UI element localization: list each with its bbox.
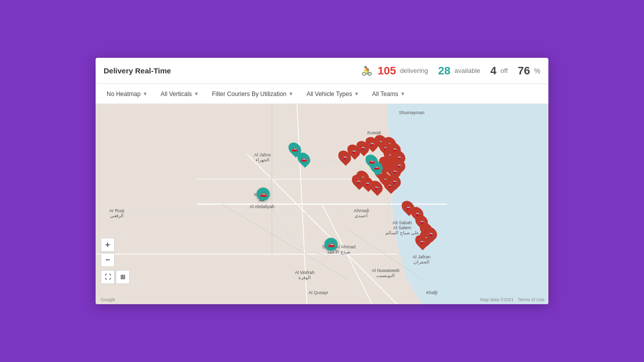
red-marker-30: 🚗 [425, 226, 436, 240]
google-logo: Google [101, 297, 115, 302]
teams-label: All Teams [372, 90, 398, 98]
verticals-dropdown[interactable]: All Verticals ▼ [155, 88, 204, 100]
utilization-sign: % [534, 67, 540, 75]
map-container[interactable]: Shumayman Kuwait Al Jahraالجهراء Ar Ruqi… [96, 104, 548, 304]
toolbar: No Heatmap ▼ All Verticals ▼ Filter Cour… [96, 84, 548, 104]
red-marker-23: 🚗 [353, 174, 364, 188]
map-controls: + − ⛶ ⊞ [101, 238, 130, 284]
couriers-utilization-dropdown[interactable]: Filter Couriers By Utilization ▼ [207, 88, 298, 100]
teal-circle-2: 🚗 [325, 238, 338, 251]
zoom-out-button[interactable]: − [101, 253, 115, 267]
map-data-label: Map data ©2021 [480, 297, 514, 302]
red-marker-19: 🚗 [389, 174, 400, 188]
teal-marker-4: 🚗 [366, 154, 377, 168]
couriers-utilization-arrow: ▼ [288, 91, 293, 97]
fullscreen-button[interactable]: ⛶ [101, 270, 115, 284]
terms-of-use-link[interactable]: Terms of Use [518, 297, 544, 302]
verticals-arrow: ▼ [194, 91, 199, 97]
available-label: available [454, 67, 480, 74]
app-window: Delivery Real-Time 🚴 105 delivering 28 a… [96, 58, 548, 304]
page-title: Delivery Real-Time [104, 66, 361, 75]
red-marker-22: 🚗 [371, 180, 382, 194]
courier-icon: 🚴 [361, 65, 372, 76]
vehicle-types-label: All Vehicle Types [306, 90, 352, 98]
map-footer-right: Map data ©2021 Terms of Use [480, 297, 544, 302]
teams-arrow: ▼ [400, 91, 405, 97]
couriers-utilization-label: Filter Couriers By Utilization [212, 90, 286, 98]
delivering-count: 105 [377, 64, 396, 77]
header: Delivery Real-Time 🚴 105 delivering 28 a… [96, 58, 548, 84]
vehicle-types-arrow: ▼ [354, 91, 359, 97]
off-count: 4 [491, 64, 497, 77]
heatmap-dropdown[interactable]: No Heatmap ▼ [102, 88, 152, 100]
vehicle-types-dropdown[interactable]: All Vehicle Types ▼ [301, 88, 364, 100]
map-svg [96, 104, 548, 304]
red-marker-15: 🚗 [393, 158, 405, 172]
verticals-label: All Verticals [160, 90, 192, 98]
stats-area: 🚴 105 delivering 28 available 4 off 76 % [361, 64, 540, 77]
off-label: off [501, 67, 508, 74]
available-count: 28 [438, 64, 450, 77]
heatmap-arrow: ▼ [142, 91, 147, 97]
zoom-in-button[interactable]: + [101, 238, 115, 252]
layers-button[interactable]: ⊞ [116, 270, 130, 284]
delivering-label: delivering [400, 67, 428, 74]
teams-dropdown[interactable]: All Teams ▼ [367, 88, 411, 100]
teal-marker-2: 🚗 [289, 142, 300, 156]
heatmap-label: No Heatmap [107, 90, 140, 98]
teal-circle-1: 🚗 [257, 188, 270, 201]
utilization-pct: 76 [518, 64, 530, 77]
